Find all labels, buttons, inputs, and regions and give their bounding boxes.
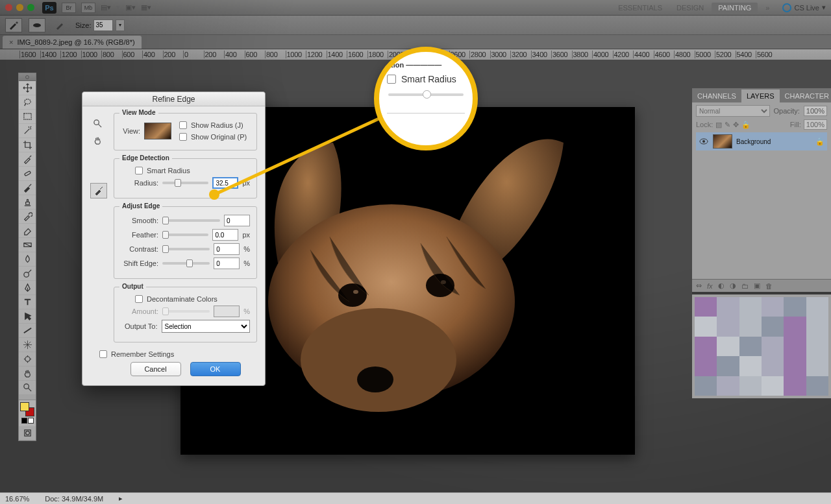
layers-panel-footer: ⇔ fx ◐ ◑ 🗀 ▣ 🗑 bbox=[692, 279, 831, 292]
horizontal-ruler[interactable]: 1600140012001000800600400200020040060080… bbox=[0, 49, 831, 60]
contrast-input[interactable] bbox=[214, 243, 240, 255]
extra-menu-icon[interactable]: ▦▾ bbox=[141, 3, 151, 12]
link-layers-icon[interactable]: ⇔ bbox=[696, 282, 702, 290]
pan-preview-icon[interactable] bbox=[90, 134, 105, 147]
brush-tool-icon[interactable] bbox=[19, 181, 36, 195]
dodge-tool-icon[interactable] bbox=[19, 267, 36, 281]
layer-mask-icon[interactable]: ◐ bbox=[718, 282, 725, 290]
workspace-more-icon[interactable]: » bbox=[759, 3, 776, 13]
gradient-tool-icon[interactable] bbox=[19, 238, 36, 252]
delete-layer-icon[interactable]: 🗑 bbox=[765, 282, 773, 290]
swap-colors-icon[interactable] bbox=[28, 418, 34, 424]
screen-mode-icon[interactable]: ▣▾ bbox=[125, 3, 136, 12]
new-layer-icon[interactable]: ▣ bbox=[754, 282, 760, 290]
layer-fx-icon[interactable]: fx bbox=[707, 282, 713, 290]
zoom-percentage[interactable]: 16.67% bbox=[5, 495, 29, 503]
workspace-essentials[interactable]: ESSENTIALS bbox=[612, 3, 669, 13]
navigator-preview[interactable] bbox=[692, 294, 831, 398]
layer-thumbnail[interactable] bbox=[713, 134, 732, 149]
3d-tool-icon[interactable] bbox=[19, 338, 36, 352]
shift-edge-slider[interactable] bbox=[162, 262, 210, 265]
blend-mode-select[interactable]: Normal bbox=[696, 105, 770, 117]
adjustment-layer-icon[interactable]: ◑ bbox=[730, 282, 736, 290]
visibility-icon[interactable] bbox=[699, 136, 709, 147]
refine-radius-tool-icon[interactable] bbox=[90, 183, 107, 198]
brush-preset-icon[interactable] bbox=[29, 18, 45, 32]
brush-panel-icon[interactable] bbox=[52, 18, 69, 32]
layer-name[interactable]: Background bbox=[736, 138, 771, 145]
document-size[interactable]: Doc: 34.9M/34.9M bbox=[45, 495, 103, 503]
tool-preset-icon[interactable] bbox=[5, 18, 22, 32]
tab-channels[interactable]: CHANNELS bbox=[692, 90, 741, 102]
arrange-docs-icon[interactable]: ▤▾ bbox=[101, 3, 111, 12]
bridge-button[interactable]: Br bbox=[62, 3, 76, 13]
document-tab[interactable]: × IMG_8089-2.jpeg @ 16.7% (RGB/8*) bbox=[3, 36, 142, 49]
radius-slider[interactable] bbox=[162, 182, 208, 184]
lock-paint-icon[interactable]: ✎ bbox=[725, 121, 730, 129]
contrast-slider[interactable] bbox=[162, 248, 210, 250]
workspace-design[interactable]: DESIGN bbox=[670, 3, 710, 13]
workspace-painting[interactable]: PAINTING bbox=[712, 3, 758, 13]
hand-tool-icon[interactable] bbox=[19, 366, 36, 381]
smooth-slider[interactable] bbox=[162, 219, 220, 222]
remember-settings-checkbox[interactable] bbox=[99, 350, 107, 358]
zoom-level-menu[interactable]: ▾ bbox=[116, 3, 120, 12]
output-to-select[interactable]: Selection bbox=[162, 320, 250, 333]
tab-character[interactable]: CHARACTER bbox=[780, 90, 832, 102]
close-window-icon[interactable] bbox=[5, 4, 12, 11]
cancel-button[interactable]: Cancel bbox=[130, 362, 181, 376]
marquee-tool-icon[interactable] bbox=[19, 110, 36, 124]
pen-tool-icon[interactable] bbox=[19, 281, 36, 295]
quickmask-icon[interactable] bbox=[19, 426, 36, 440]
close-tab-icon[interactable]: × bbox=[9, 38, 13, 46]
lock-all-icon[interactable]: 🔒 bbox=[741, 121, 750, 129]
eyedropper-tool-icon[interactable] bbox=[19, 152, 36, 167]
wand-tool-icon[interactable] bbox=[19, 124, 36, 138]
history-brush-icon[interactable] bbox=[19, 210, 36, 224]
blur-tool-icon[interactable] bbox=[19, 252, 36, 267]
output-to-label: Output To: bbox=[121, 322, 158, 330]
path-select-icon[interactable] bbox=[19, 309, 36, 324]
stamp-tool-icon[interactable] bbox=[19, 195, 36, 210]
lock-position-icon[interactable]: ✥ bbox=[733, 121, 739, 129]
foreground-color-swatch[interactable] bbox=[20, 402, 29, 411]
show-radius-checkbox[interactable] bbox=[179, 121, 187, 129]
zoom-tool-icon[interactable] bbox=[19, 381, 36, 395]
zoom-preview-icon[interactable] bbox=[90, 117, 105, 130]
window-controls[interactable] bbox=[5, 4, 34, 11]
eraser-tool-icon[interactable] bbox=[19, 224, 36, 238]
view-thumbnail[interactable] bbox=[144, 123, 171, 139]
heal-tool-icon[interactable] bbox=[19, 167, 36, 181]
toolbox-grip[interactable] bbox=[19, 73, 36, 81]
size-input[interactable] bbox=[93, 19, 113, 31]
feather-slider[interactable] bbox=[162, 234, 208, 236]
lock-transparency-icon[interactable]: ▧ bbox=[715, 121, 722, 129]
layer-row-background[interactable]: Background 🔒 bbox=[696, 132, 827, 150]
color-swatches[interactable] bbox=[19, 400, 36, 426]
decontaminate-checkbox[interactable] bbox=[135, 295, 143, 303]
default-colors-icon[interactable] bbox=[21, 418, 27, 424]
smart-radius-checkbox[interactable] bbox=[135, 167, 143, 174]
smooth-input[interactable] bbox=[224, 215, 250, 226]
cs-live-button[interactable]: CS Live▾ bbox=[782, 3, 826, 12]
zoom-window-icon[interactable] bbox=[27, 4, 34, 11]
minibridge-button[interactable]: Mb bbox=[81, 3, 95, 13]
ok-button[interactable]: OK bbox=[190, 362, 241, 376]
group-icon[interactable]: 🗀 bbox=[741, 282, 749, 290]
feather-input[interactable] bbox=[212, 229, 238, 241]
lasso-tool-icon[interactable] bbox=[19, 95, 36, 110]
fill-value[interactable]: 100% bbox=[804, 119, 827, 130]
show-original-checkbox[interactable] bbox=[179, 133, 187, 141]
move-tool-icon[interactable] bbox=[19, 81, 36, 95]
opacity-value[interactable]: 100% bbox=[804, 106, 827, 116]
shape-tool-icon[interactable] bbox=[19, 324, 36, 338]
minimize-window-icon[interactable] bbox=[16, 4, 23, 11]
dialog-title[interactable]: Refine Edge bbox=[82, 92, 265, 106]
camera-tool-icon[interactable] bbox=[19, 352, 36, 366]
size-dropdown-icon[interactable]: ▾ bbox=[116, 19, 125, 31]
status-menu-icon[interactable]: ▸ bbox=[119, 494, 123, 503]
tab-layers[interactable]: LAYERS bbox=[741, 90, 780, 102]
crop-tool-icon[interactable] bbox=[19, 138, 36, 152]
shift-edge-input[interactable] bbox=[214, 258, 240, 269]
type-tool-icon[interactable] bbox=[19, 295, 36, 309]
